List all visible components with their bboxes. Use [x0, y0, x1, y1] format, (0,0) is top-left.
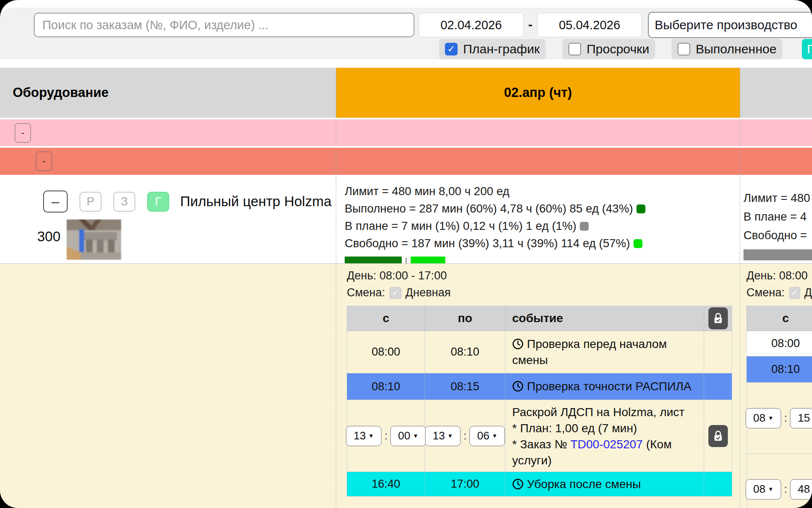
from-hour-select[interactable]: 08▼	[746, 408, 781, 428]
col-lock-header	[704, 306, 732, 331]
print-button-label: П	[807, 42, 812, 56]
filter-plan-grafik[interactable]: ✓ План-график	[439, 39, 546, 59]
group-band: -	[0, 119, 336, 148]
day2-limit: Лимит = 480	[743, 189, 812, 207]
filter-prosrochki-label: Просрочки	[587, 42, 649, 56]
equipment-cell: – Р З Г Пильный центр Holzma 300	[0, 176, 336, 264]
order-link[interactable]: TD00-025207	[571, 438, 643, 451]
print-button[interactable]: П	[802, 39, 812, 59]
subgroup-band-day1	[336, 148, 740, 176]
event-from: 16:40	[347, 472, 425, 496]
day2-progress-bar	[743, 249, 812, 260]
day2-column-header	[740, 68, 812, 119]
col-event-header: событие	[505, 306, 704, 331]
lock-row-button[interactable]	[708, 425, 728, 447]
collapse-subgroup-button[interactable]: -	[36, 152, 52, 171]
col-to-header: по	[425, 306, 505, 331]
done-color-swatch	[636, 204, 645, 213]
to-hour-select[interactable]: 13▼	[425, 426, 461, 446]
filter-prosrochki[interactable]: Просрочки	[562, 39, 655, 59]
subgroup-band: -	[0, 148, 336, 176]
to-minute-select[interactable]: 06▼	[469, 426, 505, 446]
event-row[interactable]: 13▼ : 00▼ 13▼ : 06▼ Раскрой ЛДСП на	[347, 400, 732, 472]
clock-icon	[512, 381, 524, 392]
machine-photo	[66, 219, 121, 260]
badge-g-button[interactable]: Г	[147, 192, 169, 212]
badge-z-button[interactable]: З	[113, 192, 135, 212]
event-from: 08:10	[347, 373, 425, 400]
checkbox-checked-icon: ✓	[445, 43, 458, 55]
from-hour-select[interactable]: 13▼	[346, 426, 381, 446]
day2-free: Свободно =	[743, 226, 812, 245]
event-text: Уборка после смены	[512, 476, 641, 492]
filter-plan-grafik-label: План-график	[463, 42, 540, 56]
event-text: Проверка точности РАСПИЛА	[512, 378, 691, 395]
shift-checkbox[interactable]: ✓	[390, 287, 401, 299]
day1-stats-cell: Лимит = 480 мин 8,00 ч 200 ед Выполнено …	[336, 176, 740, 264]
date-to-input[interactable]: 05.04.2026	[537, 13, 642, 37]
day2-schedule-cell: День: 08:00 Смена: ✓ Д с 08:00 08:10	[740, 264, 812, 508]
badge-r-button[interactable]: Р	[80, 192, 102, 212]
clock-icon	[512, 478, 524, 490]
time-colon: :	[464, 429, 466, 442]
event-from: 08:00	[746, 331, 812, 356]
time-colon: :	[384, 429, 387, 442]
collapse-equipment-button[interactable]: –	[43, 190, 68, 213]
chevron-down-icon: ▼	[447, 433, 453, 439]
day1-limit: Лимит = 480 мин 8,00 ч 200 ед	[345, 182, 740, 200]
from-minute-select[interactable]: 15▼	[790, 408, 812, 428]
lock-icon	[713, 430, 724, 442]
day2-stats-cell: Лимит = 480 В плане = 4 Свободно =	[740, 176, 812, 264]
chevron-down-icon: ▼	[368, 433, 374, 439]
production-select[interactable]: Выберите производство	[648, 12, 812, 38]
checkbox-unchecked-icon	[678, 43, 690, 55]
progress-gray-segment	[743, 249, 812, 260]
progress-divider	[406, 258, 407, 264]
day1-progress-bar	[345, 257, 740, 264]
time-colon: :	[784, 411, 787, 425]
collapse-group-button[interactable]: -	[15, 123, 31, 143]
event-row[interactable]: 08:10 08:15 Проверка точности РАСПИЛА	[347, 373, 732, 400]
event-from: 08:00	[347, 331, 425, 373]
from-hour-select[interactable]: 08▼	[746, 479, 781, 500]
checkbox-unchecked-icon	[568, 43, 581, 55]
lock-all-button[interactable]	[708, 307, 728, 329]
free-color-swatch	[634, 239, 642, 248]
progress-free-segment	[411, 257, 445, 264]
events-table-header: с	[746, 306, 812, 331]
group-band-day1	[336, 119, 740, 148]
day1-column-title: 02.апр (чт)	[504, 85, 572, 100]
shift-name: Дневная	[406, 286, 451, 299]
time-colon: :	[784, 483, 787, 496]
day1-events-table: с по событие 08:00	[347, 306, 732, 497]
filter-vypolnennoe-label: Выполненное	[696, 42, 776, 56]
shift-label: Смена:	[347, 286, 385, 299]
lock-icon	[713, 312, 724, 324]
day1-work-hours: День: 08:00 - 17:00	[347, 269, 740, 282]
event-row[interactable]: 08▼ : 15▼	[746, 383, 812, 454]
from-minute-select[interactable]: 00▼	[390, 426, 426, 446]
event-row[interactable]: 08▼ : 48▼	[746, 454, 812, 508]
event-to: 08:15	[425, 373, 505, 400]
shift-checkbox[interactable]: ✓	[789, 287, 800, 299]
day2-shift-row: Смена: ✓ Д	[746, 286, 812, 299]
event-row[interactable]: 08:00 08:10 Проверка перед началом смены	[347, 331, 732, 373]
chevron-down-icon: ▼	[492, 433, 497, 439]
event-row[interactable]: 08:10	[746, 356, 812, 383]
chevron-down-icon: ▼	[768, 415, 774, 421]
search-input[interactable]	[34, 13, 414, 37]
filter-vypolnennoe[interactable]: Выполненное	[672, 39, 782, 59]
equipment-column-title: Оборудование	[13, 85, 109, 100]
planning-grid: Оборудование 02.апр (чт) - - – Р З Г Пил…	[0, 68, 812, 508]
event-text: Раскрой ЛДСП на Holzma, лист	[512, 404, 704, 420]
date-from-input[interactable]: 02.04.2026	[419, 13, 524, 37]
equipment-column-header: Оборудование	[0, 68, 336, 119]
event-row[interactable]: 16:40 17:00 Уборка после смены	[347, 472, 732, 497]
from-minute-select[interactable]: 48▼	[790, 479, 812, 500]
event-row[interactable]: 08:00	[746, 331, 812, 356]
event-to: 08:10	[425, 331, 505, 373]
day2-events-table: с 08:00 08:10 08▼ : 15▼	[746, 306, 812, 508]
chevron-down-icon: ▼	[768, 486, 774, 492]
shift-name: Д	[804, 286, 812, 299]
day1-shift-row: Смена: ✓ Дневная	[347, 286, 740, 299]
